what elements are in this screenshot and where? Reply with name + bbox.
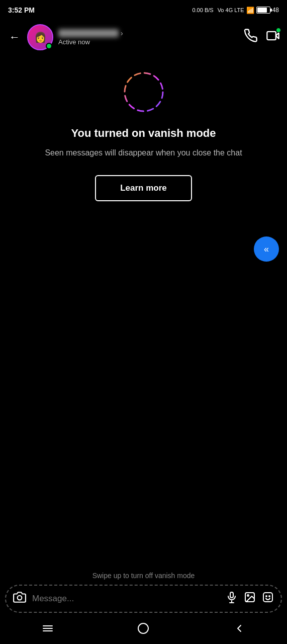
- contact-name-row: ›: [58, 29, 239, 37]
- active-status: Active now: [58, 38, 239, 46]
- input-actions: [226, 591, 274, 606]
- back-button[interactable]: ←: [7, 29, 22, 46]
- svg-rect-9: [263, 593, 272, 602]
- contact-info[interactable]: › Active now: [58, 29, 239, 46]
- back-nav-icon[interactable]: [233, 622, 245, 637]
- svg-point-3: [18, 596, 22, 600]
- vanish-mode-description: Seen messages will disappear when you cl…: [45, 147, 242, 159]
- video-active-dot: [276, 28, 281, 33]
- swipe-hint: Swipe up to turn off vanish mode: [0, 567, 287, 585]
- sticker-icon[interactable]: [262, 591, 274, 606]
- status-bar: 3:52 PM 0.00 B/S Vo 4G LTE 📶 48: [0, 0, 287, 20]
- vanish-mode-title: You turned on vanish mode: [71, 127, 216, 140]
- active-indicator: [46, 43, 52, 49]
- call-button[interactable]: [244, 29, 258, 46]
- chat-header: ← 👩 › Active now: [0, 20, 287, 54]
- camera-icon[interactable]: [13, 591, 26, 607]
- vanish-mode-ring: [121, 69, 166, 115]
- status-right: 0.00 B/S Vo 4G LTE 📶 48: [192, 7, 279, 14]
- mic-icon[interactable]: [226, 591, 238, 606]
- svg-rect-4: [230, 592, 233, 598]
- svg-point-2: [125, 73, 163, 111]
- svg-point-10: [266, 596, 267, 597]
- chevron-icon: ›: [121, 29, 123, 37]
- svg-point-11: [269, 596, 270, 597]
- battery-indicator: [256, 7, 270, 14]
- avatar[interactable]: 👩: [27, 24, 53, 50]
- battery-fill: [257, 8, 267, 13]
- bottom-area: Swipe up to turn off vanish mode: [0, 567, 287, 644]
- message-input[interactable]: [32, 594, 220, 604]
- header-actions: [244, 29, 280, 46]
- battery-tip: [270, 9, 272, 12]
- photo-icon[interactable]: [244, 591, 256, 606]
- network-speed: 0.00 B/S: [192, 7, 213, 13]
- status-time: 3:52 PM: [8, 6, 35, 14]
- menu-nav-icon[interactable]: [42, 622, 54, 637]
- svg-point-15: [138, 623, 148, 633]
- svg-rect-0: [267, 31, 276, 39]
- network-type: Vo 4G LTE: [218, 7, 244, 13]
- bottom-navigation: [0, 618, 287, 644]
- main-content: You turned on vanish mode Seen messages …: [0, 54, 287, 201]
- contact-name-blurred: [58, 29, 119, 37]
- svg-point-8: [247, 595, 249, 596]
- battery-percentage: 48: [272, 7, 279, 14]
- home-nav-icon[interactable]: [137, 622, 149, 637]
- double-chevron-button[interactable]: «: [254, 236, 279, 262]
- signal-icon: 📶: [246, 7, 254, 14]
- video-call-button[interactable]: [266, 29, 280, 46]
- message-input-bar: [5, 585, 282, 613]
- learn-more-button[interactable]: Learn more: [95, 175, 192, 201]
